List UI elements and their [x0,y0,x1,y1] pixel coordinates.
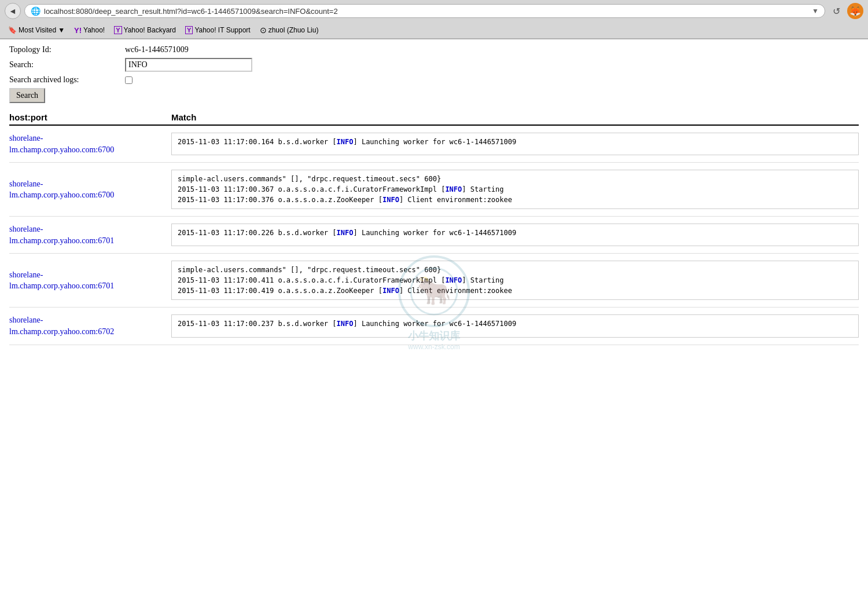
table-row: shorelane-lm.champ.corp.yahoo.com:6700 2… [9,126,859,163]
info-badge: INFO [445,185,462,193]
col-host-header: host:port [9,112,171,122]
reload-button[interactable]: ↺ [829,3,844,19]
info-badge: INFO [337,320,354,328]
archived-row: Search archived logs: [9,75,859,85]
url-text: localhost:8080/deep_search_result.html?i… [44,7,808,16]
dropdown-icon: ▼ [812,7,819,15]
url-controls: ▼ [812,7,819,15]
bookmarks-bar: 🔖 Most Visited ▼ Y! Yahoo! Y Yahoo! Back… [0,22,868,39]
info-badge: INFO [337,138,354,146]
bookmark-label: Yahoo! [83,26,105,34]
info-badge: INFO [382,196,399,204]
bookmark-most-visited[interactable]: 🔖 Most Visited ▼ [5,25,68,35]
form-section: Topology Id: wc6-1-1446571009 Search: Se… [9,45,859,103]
log-cell: 2015-11-03 11:17:00.164 b.s.d.worker [IN… [171,133,859,155]
table-row: shorelane-lm.champ.corp.yahoo.com:6701 2… [9,217,859,254]
info-badge: INFO [445,276,462,284]
search-input[interactable] [125,58,252,72]
results-header: host:port Match [9,112,859,126]
host-link[interactable]: shorelane-lm.champ.corp.yahoo.com:6702 [9,314,114,337]
bookmark-yahoo-it-support[interactable]: Y Yahoo! IT Support [182,25,254,35]
github-icon: ⊙ [260,25,267,35]
search-label: Search: [9,60,125,69]
bookmark-label: Yahoo! IT Support [194,26,250,34]
topology-row: Topology Id: wc6-1-1446571009 [9,45,859,54]
dropdown-arrow: ▼ [58,26,65,34]
address-bar: ◄ 🌐 localhost:8080/deep_search_result.ht… [0,0,868,22]
table-row: shorelane-lm.champ.corp.yahoo.com:6700 s… [9,163,859,217]
host-link[interactable]: shorelane-lm.champ.corp.yahoo.com:6700 [9,133,114,155]
search-button[interactable]: Search [9,88,45,103]
log-cell: 2015-11-03 11:17:00.237 b.s.d.worker [IN… [171,314,859,337]
url-bar[interactable]: 🌐 localhost:8080/deep_search_result.html… [24,4,825,18]
host-cell: shorelane-lm.champ.corp.yahoo.com:6700 [9,170,171,209]
globe-icon: 🌐 [31,6,41,16]
search-row: Search: [9,58,859,72]
results-section: host:port Match shorelane-lm.champ.corp.… [9,112,859,345]
archived-label: Search archived logs: [9,75,125,85]
bookmark-zhuo-liu[interactable]: ⊙ zhuol (Zhuo Liu) [256,24,322,36]
archived-checkbox[interactable] [125,76,133,84]
yahoo-y-icon: Y [114,26,122,34]
host-cell: shorelane-lm.champ.corp.yahoo.com:6701 [9,224,171,246]
bookmark-yahoo-backyard[interactable]: Y Yahoo! Backyard [111,25,179,35]
info-badge: INFO [337,229,354,237]
bookmark-yahoo[interactable]: Y! Yahoo! [71,25,108,36]
log-cell: simple-acl.users.commands" [], "drpc.req… [171,170,859,209]
host-cell: shorelane-lm.champ.corp.yahoo.com:6701 [9,261,171,300]
log-cell: simple-acl.users.commands" [], "drpc.req… [171,261,859,300]
col-match-header: Match [171,112,859,122]
yahoo-icon: Y! [74,26,82,35]
bookmark-label: Yahoo! Backyard [124,26,176,34]
host-link[interactable]: shorelane-lm.champ.corp.yahoo.com:6701 [9,224,114,246]
browser-chrome: ◄ 🌐 localhost:8080/deep_search_result.ht… [0,0,868,39]
host-cell: shorelane-lm.champ.corp.yahoo.com:6700 [9,133,171,155]
page-content: Topology Id: wc6-1-1446571009 Search: Se… [0,39,868,351]
yahoo-y-icon: Y [185,26,193,34]
table-row: shorelane-lm.champ.corp.yahoo.com:6701 s… [9,254,859,308]
bookmark-label: zhuol (Zhuo Liu) [269,26,319,34]
log-cell: 2015-11-03 11:17:00.226 b.s.d.worker [IN… [171,224,859,246]
topology-label: Topology Id: [9,45,125,54]
search-btn-row: Search [9,88,859,103]
host-link[interactable]: shorelane-lm.champ.corp.yahoo.com:6701 [9,269,114,292]
info-badge: INFO [382,287,399,295]
firefox-icon: 🦊 [847,3,863,19]
host-cell: shorelane-lm.champ.corp.yahoo.com:6702 [9,314,171,337]
table-row: shorelane-lm.champ.corp.yahoo.com:6702 2… [9,308,859,345]
bookmark-label: Most Visited [19,26,56,34]
back-button[interactable]: ◄ [5,3,21,19]
bookmark-icon: 🔖 [8,26,17,34]
topology-value: wc6-1-1446571009 [125,45,189,54]
host-link[interactable]: shorelane-lm.champ.corp.yahoo.com:6700 [9,178,114,201]
